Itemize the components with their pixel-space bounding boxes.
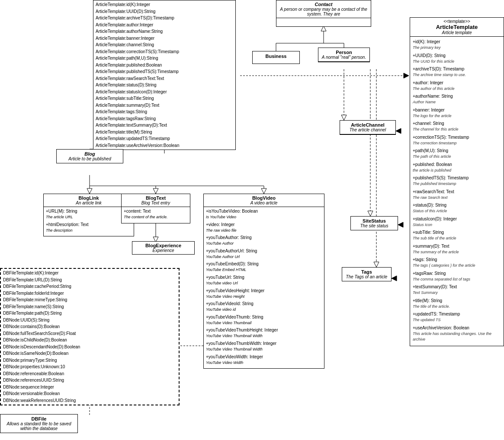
article-template-stereotype: <<template>>: [411, 19, 502, 24]
top-list-item: ArticleTemplate:tagsRaw:String: [96, 115, 233, 122]
top-list-item: ArticleTemplate:published:Boolean: [96, 62, 233, 69]
blog-header: Blog Article to be published: [57, 150, 123, 163]
db-list-item: DBFileTemplate:path(D):String: [3, 310, 177, 317]
at-attr-5: +authorName: String Author Name: [413, 93, 501, 105]
article-template-classname: ArticleTemplate: [411, 24, 502, 30]
at-attr-22: +useArchiveVersion: Boolean This article…: [413, 325, 501, 343]
top-list-item: ArticleTemplate:authorName:String: [96, 28, 233, 35]
db-list-item: DBFileTemplate:mimeType:String: [3, 297, 177, 303]
at-attr-9: +path(M,U): String The path of this arti…: [413, 147, 501, 160]
top-list-item: ArticleTemplate:archiveTS(D):Timestamp: [96, 15, 233, 22]
blog-link-body: +URL(M): String The article URL +htmlDes…: [44, 207, 134, 236]
bv-attr-12: +youTubeVideoWidth: Integer YouTube Vide…: [206, 354, 322, 366]
top-list-item: ArticleTemplate:banner:Integer: [96, 35, 233, 42]
person-box: Person A normal "real" person.: [318, 48, 370, 62]
contact-header: Contact A person or company may be a con…: [276, 0, 371, 18]
blog-link-desc: An article link: [45, 201, 132, 205]
top-list-item: ArticleTemplate:status(D):String: [96, 82, 233, 89]
db-list-item: DBFileTemplate:cachePeriod:String: [3, 283, 177, 290]
diagram-container: ArticleTemplate:id(K):Integer ArticleTem…: [0, 0, 504, 440]
svg-marker-25: [261, 188, 266, 194]
contact-box: Contact A person or company may be a con…: [276, 0, 371, 27]
at-attr-10: +published: Boolean the article is publi…: [413, 161, 501, 174]
at-attr-11: +publishedTS(S): Timestamp The published…: [413, 175, 501, 187]
bv-attr-2: +video: Integer The raw video file: [206, 222, 322, 233]
blog-video-box: BlogVideo A video article +isYouTubeVide…: [203, 194, 324, 369]
at-attr-19: +textSummary(D): Text Text Summary: [413, 284, 501, 296]
db-list-item: DBNode:sequence:Integer: [3, 384, 177, 391]
db-list-item: DBFileTemplate:folderId:Integer: [3, 290, 177, 297]
blog-text-attr-1: +content: Text The content of the articl…: [124, 208, 188, 220]
article-template-classdesc: Article template: [411, 30, 502, 35]
db-list-item: DBFileTemplate:name(S):String: [3, 303, 177, 310]
at-attr-16: +summary(D): Text The summary of the art…: [413, 243, 501, 255]
top-list-item: ArticleTemplate:correctionTS(S):Timestam…: [96, 48, 233, 55]
bv-attr-7: +youTubeVideoHeight: Integer YouTube Vid…: [206, 288, 322, 300]
business-header: Business: [253, 51, 299, 61]
blog-desc: Article to be published: [58, 156, 121, 161]
bv-attr-5: +youTubeEmbed(D): String YouTube Embed H…: [206, 261, 322, 273]
db-list-item: DBNode:contains(D):Boolean: [3, 323, 177, 330]
site-status-box: SiteStatus The site status: [350, 216, 398, 230]
at-attr-13: +status(D): String Status of this Articl…: [413, 202, 501, 214]
at-attr-17: +tags: String The tags ( categories ) fo…: [413, 256, 501, 269]
top-list-item: ArticleTemplate:textSummary(D):Text: [96, 122, 233, 129]
svg-marker-23: [87, 188, 92, 194]
blog-experience-desc: Experience: [134, 248, 193, 253]
top-list-item: ArticleTemplate:updatedTS:Timestamp: [96, 135, 233, 142]
top-list-box: ArticleTemplate:id(K):Integer ArticleTem…: [93, 0, 236, 150]
at-attr-7: +channel: String The channel for this ar…: [413, 120, 501, 133]
top-list-item: ArticleTemplate:useArchiveVersion:Boolea…: [96, 142, 233, 149]
db-list-item: DBNode:isChildNode(D):Boolean: [3, 337, 177, 344]
top-list-item: ArticleTemplate:subTitle:String: [96, 95, 233, 102]
top-list-item: ArticleTemplate:id(K):Integer: [96, 1, 233, 8]
at-attr-3: +archiveTS(D): Timestamp The archive tim…: [413, 66, 501, 78]
top-list-item: ArticleTemplate:rawSearchText:Text: [96, 75, 233, 82]
person-name: Person: [320, 50, 368, 55]
site-status-name: SiteStatus: [353, 218, 396, 223]
db-list-item: DBFileTemplate:URL(D):String: [3, 277, 177, 284]
blog-experience-header: BlogExperience Experience: [132, 242, 194, 254]
svg-marker-24: [153, 188, 158, 194]
article-template-panel: <<template>> ArticleTemplate Article tem…: [410, 17, 504, 346]
db-list-item: DBNode:UUID(S):String: [3, 317, 177, 324]
blog-text-box: BlogText Blog Text entry +content: Text …: [121, 194, 190, 223]
top-list-item: ArticleTemplate:title(M):String: [96, 129, 233, 136]
contact-name: Contact: [315, 2, 333, 7]
article-channel-name: ArticleChannel: [342, 122, 394, 128]
svg-marker-31: [392, 276, 397, 281]
blog-video-body: +isYouTubeVideo: Boolean Is YouTube Vide…: [204, 207, 324, 368]
db-list-box: DBFileTemplate:id(K):Integer DBFileTempl…: [0, 268, 180, 405]
business-box: Business: [252, 51, 300, 64]
db-file-box: DBFile Allows a standard file to be save…: [0, 414, 78, 433]
top-list-item: ArticleTemplate:statusIcon(D):Integer: [96, 89, 233, 96]
at-attr-21: +updatedTS: Timestamp The updated TS: [413, 311, 501, 323]
blog-text-desc: Blog Text entry: [123, 201, 189, 205]
svg-marker-6: [341, 115, 347, 120]
article-channel-box: ArticleChannel The article channel: [340, 120, 396, 135]
blog-experience-box: BlogExperience Experience: [132, 241, 195, 255]
blog-text-body: +content: Text The content of the articl…: [122, 207, 190, 223]
at-attr-18: +tagsRaw: String The comma separated lis…: [413, 270, 501, 283]
top-list-item: ArticleTemplate:publishedTS(S):Timestamp: [96, 68, 233, 75]
article-template-panel-header: <<template>> ArticleTemplate Article tem…: [410, 18, 504, 37]
person-desc: A normal "real" person.: [320, 55, 368, 60]
db-list-item: DBFileTemplate:id(K):Integer: [3, 270, 177, 277]
tags-header: Tags The Tags of an article: [342, 268, 391, 281]
db-list-item: DBNode:fullTextSearchScore(D):Float: [3, 330, 177, 337]
db-list-item: DBNode:properties:Unknown:10: [3, 363, 177, 370]
blog-link-attr-2: +htmlDescription: Text The description: [46, 222, 132, 233]
db-file-desc: Allows a standard file to be saved withi…: [2, 421, 76, 431]
svg-marker-30: [398, 222, 403, 227]
db-list-item: DBNode:isDescendantNode(D):Boolean: [3, 344, 177, 351]
article-template-panel-body: +id(K): Integer The primary key +UUID(D)…: [410, 37, 504, 346]
at-attr-15: +subTitle: String The sub title of the a…: [413, 229, 501, 242]
db-list-item: DBNode:referencesUUID:String: [3, 377, 177, 384]
blog-video-header: BlogVideo A video article: [204, 194, 324, 207]
svg-marker-29: [396, 128, 401, 134]
at-attr-20: +title(M): String The title of the artic…: [413, 297, 501, 310]
top-list-item: ArticleTemplate:summary(D):Text: [96, 102, 233, 109]
at-attr-6: +banner: Integer The logo for the articl…: [413, 107, 501, 119]
blog-link-attr-1: +URL(M): String The article URL: [46, 208, 132, 220]
db-file-name: DBFile: [2, 416, 76, 421]
